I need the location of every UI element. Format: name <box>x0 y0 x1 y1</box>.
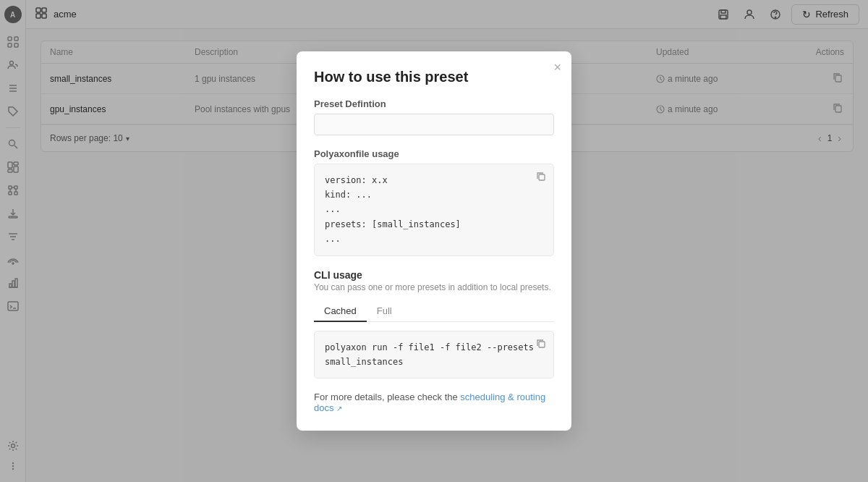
cli-tabs: Cached Full <box>314 301 554 322</box>
external-link-icon: ↗ <box>336 405 342 413</box>
preset-usage-modal: × How to use this preset Preset Defintio… <box>297 51 571 431</box>
preset-definition-label: Preset Defintion <box>314 98 554 109</box>
modal-title: How to use this preset <box>314 69 554 85</box>
copy-cli-button[interactable] <box>535 337 548 352</box>
footer-text-before: For more details, please check the <box>314 392 458 402</box>
polyaxonfile-code-block: version: x.x kind: ... ... presets: [sma… <box>314 164 554 256</box>
preset-definition-input[interactable] <box>314 114 554 135</box>
tab-full[interactable]: Full <box>367 301 402 322</box>
cli-code: polyaxon run -f file1 -f file2 --presets… <box>325 342 534 367</box>
svg-rect-51 <box>539 342 545 347</box>
cli-code-block: polyaxon run -f file1 -f file2 --presets… <box>314 331 554 379</box>
tab-cached[interactable]: Cached <box>314 301 367 322</box>
polyaxonfile-usage-label: Polyaxonfile usage <box>314 148 554 159</box>
cli-subtext: You can pass one or more presets in addi… <box>314 282 554 292</box>
modal-close-button[interactable]: × <box>553 60 561 75</box>
polyaxonfile-code: version: x.x kind: ... ... presets: [sma… <box>325 173 543 247</box>
svg-rect-50 <box>539 174 545 180</box>
modal-overlay[interactable]: × How to use this preset Preset Defintio… <box>0 0 868 482</box>
copy-polyaxonfile-button[interactable] <box>535 170 548 185</box>
cli-section-label: CLI usage <box>314 269 554 281</box>
modal-footer: For more details, please check the sched… <box>314 392 554 413</box>
